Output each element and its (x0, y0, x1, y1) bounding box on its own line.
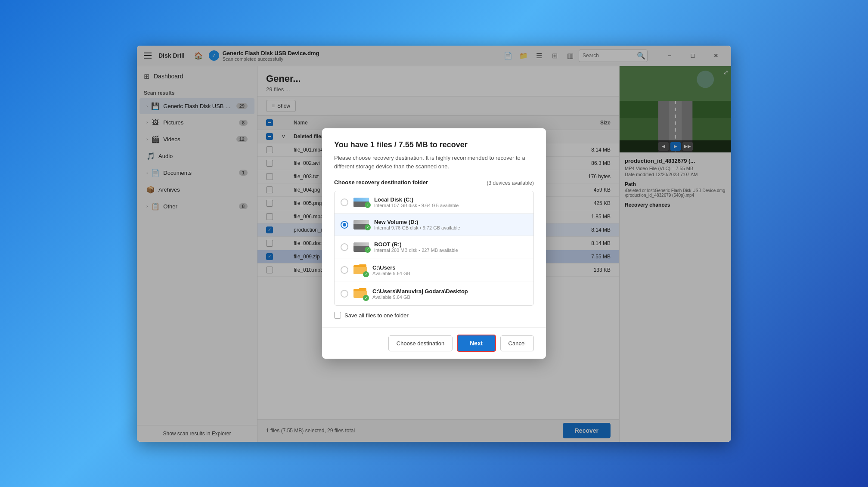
modal-devices-count: (3 devices available) (487, 180, 534, 186)
device-info-1: New Volume (D:) Internal 9.76 GB disk • … (374, 219, 527, 230)
modal-body: You have 1 files / 7.55 MB to recover Pl… (322, 128, 546, 327)
device-radio-4[interactable] (341, 290, 348, 298)
modal-section-header: Choose recovery destination folder (3 de… (334, 179, 534, 186)
device-name-1: New Volume (D:) (374, 219, 527, 225)
modal-overlay: You have 1 files / 7.55 MB to recover Pl… (137, 46, 731, 442)
device-icon-area-2: ✓ (353, 242, 369, 252)
recovery-modal: You have 1 files / 7.55 MB to recover Pl… (322, 128, 546, 359)
modal-checkbox-area: Save all files to one folder (334, 312, 534, 319)
device-info-3: C:\Users Available 9.64 GB (372, 264, 527, 276)
device-icon-area-3: ✓ (353, 264, 367, 276)
device-name-3: C:\Users (372, 264, 527, 271)
device-radio-0[interactable] (341, 199, 348, 206)
device-icon-area-1: ✓ (353, 220, 369, 230)
save-all-checkbox[interactable] (334, 312, 341, 319)
device-detail-2: Internal 260 MB disk • 227 MB available (374, 248, 527, 253)
device-info-2: BOOT (R:) Internal 260 MB disk • 227 MB … (374, 241, 527, 253)
device-icon-area-0: ✓ (353, 198, 369, 207)
next-button[interactable]: Next (457, 335, 496, 352)
modal-section-label: Choose recovery destination folder (334, 179, 428, 186)
device-check-icon-4: ✓ (363, 295, 369, 301)
device-name-2: BOOT (R:) (374, 241, 527, 248)
device-item-0[interactable]: ✓ Local Disk (C:) Internal 107 GB disk •… (335, 191, 533, 214)
device-detail-0: Internal 107 GB disk • 9.64 GB available (374, 203, 527, 208)
modal-footer: Choose destination Next Cancel (322, 327, 546, 359)
device-name-4: C:\Users\Manuviraj Godara\Desktop (372, 288, 527, 295)
device-name-0: Local Disk (C:) (374, 196, 527, 203)
device-radio-3[interactable] (341, 266, 348, 274)
device-detail-3: Available 9.64 GB (372, 271, 527, 276)
device-list: ✓ Local Disk (C:) Internal 107 GB disk •… (334, 191, 534, 306)
device-item-2[interactable]: ✓ BOOT (R:) Internal 260 MB disk • 227 M… (335, 236, 533, 258)
device-radio-1[interactable] (341, 221, 348, 229)
device-radio-2[interactable] (341, 243, 348, 251)
device-item-1[interactable]: ✓ New Volume (D:) Internal 9.76 GB disk … (335, 214, 533, 236)
save-all-label: Save all files to one folder (344, 312, 409, 319)
device-icon-area-4: ✓ (353, 287, 367, 300)
app-window: Disk Drill 🏠 ✓ Generic Flash Disk USB De… (137, 46, 731, 442)
modal-description: Please choose recovery destination. It i… (334, 154, 534, 171)
cancel-button[interactable]: Cancel (500, 335, 534, 351)
device-check-icon-2: ✓ (365, 247, 371, 253)
device-check-icon-3: ✓ (363, 271, 369, 277)
device-item-4[interactable]: ✓ C:\Users\Manuviraj Godara\Desktop Avai… (335, 282, 533, 305)
device-info-0: Local Disk (C:) Internal 107 GB disk • 9… (374, 196, 527, 208)
device-detail-1: Internal 9.76 GB disk • 9.72 GB availabl… (374, 225, 527, 230)
device-info-4: C:\Users\Manuviraj Godara\Desktop Availa… (372, 288, 527, 300)
device-check-icon-0: ✓ (365, 202, 371, 208)
modal-title: You have 1 files / 7.55 MB to recover (334, 140, 534, 149)
choose-destination-button[interactable]: Choose destination (388, 335, 453, 351)
device-detail-4: Available 9.64 GB (372, 295, 527, 300)
device-check-icon-1: ✓ (365, 224, 371, 230)
device-item-3[interactable]: ✓ C:\Users Available 9.64 GB (335, 258, 533, 282)
